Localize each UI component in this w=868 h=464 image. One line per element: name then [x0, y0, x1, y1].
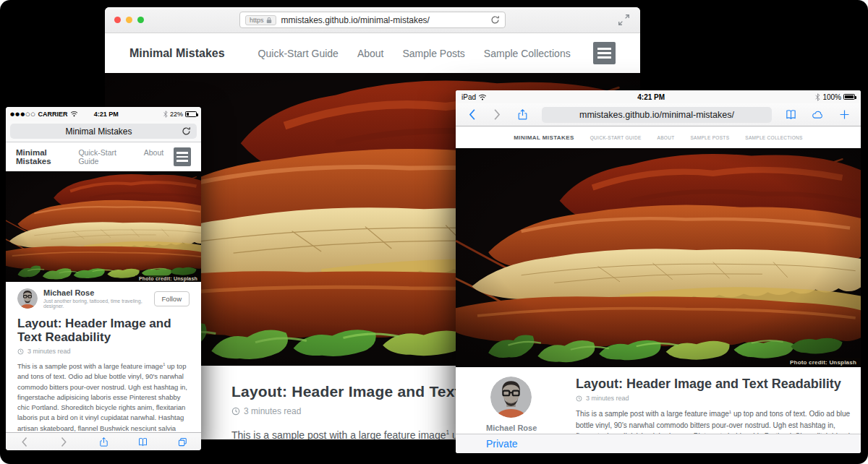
- lock-icon: [266, 17, 272, 24]
- signal-dots-icon: ●●●○○: [10, 111, 36, 117]
- ipad-masthead: MINIMAL MISTAKES QUICK-START GUIDE ABOUT…: [456, 126, 861, 148]
- ipad-status-right: 100%: [815, 93, 855, 101]
- author-name: Michael Rose: [486, 424, 554, 432]
- back-button[interactable]: [466, 108, 478, 121]
- battery-percent: 100%: [822, 93, 841, 101]
- nav-link-sample-collections[interactable]: Sample Collections: [484, 48, 571, 59]
- address-bar[interactable]: mmistakes.github.io/minimal-mistakes/: [542, 107, 772, 123]
- zoom-window-button[interactable]: [137, 17, 144, 23]
- fullscreen-expand-icon[interactable]: [618, 14, 630, 26]
- bookmarks-icon[interactable]: [785, 108, 797, 121]
- read-time: 3 minutes read: [17, 348, 190, 355]
- author-portrait: [490, 377, 532, 418]
- private-button[interactable]: Private: [486, 438, 518, 450]
- iphone-status-bar: ●●●○○ CARRIER 4:21 PM 22%: [6, 107, 201, 121]
- minimize-window-button[interactable]: [126, 17, 132, 23]
- bluetooth-icon: [163, 111, 168, 118]
- nav-link-about[interactable]: About: [357, 48, 384, 59]
- author-name: Michael Rose: [43, 288, 154, 297]
- iphone-safari-window: ●●●○○ CARRIER 4:21 PM 22% Minimal Mistak…: [6, 107, 201, 450]
- post-title: Layout: Header Image and Text Readabilit…: [231, 383, 481, 400]
- nav-link-sample-posts[interactable]: Sample Posts: [402, 48, 464, 59]
- icloud-tabs-icon[interactable]: [812, 108, 824, 121]
- avatar: [490, 377, 532, 418]
- clock-icon: [17, 348, 24, 355]
- menu-toggle-button[interactable]: [174, 147, 191, 166]
- read-time: 3 minutes read: [231, 406, 481, 416]
- close-window-button[interactable]: [114, 17, 121, 23]
- nav-link-sample-collections[interactable]: SAMPLE COLLECTIONS: [745, 135, 802, 140]
- author-row: Michael Rose Just another boring, tattoo…: [17, 288, 190, 309]
- private-browsing-bar: Private: [456, 434, 861, 453]
- desktop-nav-links: Quick-Start Guide About Sample Posts Sam…: [258, 48, 571, 59]
- desktop-browser-chrome: https mmistakes.github.io/minimal-mistak…: [105, 7, 640, 33]
- iphone-url-row: Minimal Mistakes: [6, 121, 201, 142]
- reload-icon[interactable]: [182, 126, 191, 136]
- address-bar[interactable]: https mmistakes.github.io/minimal-mistak…: [239, 12, 506, 28]
- ipad-toolbar-right: [785, 108, 851, 121]
- iphone-post: Michael Rose Just another boring, tattoo…: [6, 282, 201, 450]
- read-time-label: 3 minutes read: [27, 348, 71, 355]
- author-bio: Just another boring, tattooed, time trav…: [43, 298, 154, 309]
- url-text[interactable]: mmistakes.github.io/minimal-mistakes/: [281, 15, 485, 25]
- nav-link-sample-posts[interactable]: SAMPLE POSTS: [690, 135, 729, 140]
- site-title[interactable]: Minimal Mistakes: [16, 148, 78, 166]
- window-controls: [114, 7, 144, 33]
- ipad-status-bar: iPad 4:21 PM 100%: [456, 90, 861, 103]
- clock-icon: [231, 407, 240, 416]
- desktop-masthead: Minimal Mistakes Quick-Start Guide About…: [105, 33, 640, 73]
- avatar: [17, 288, 38, 309]
- address-bar[interactable]: Minimal Mistakes: [10, 124, 197, 139]
- ipad-safari-toolbar: mmistakes.github.io/minimal-mistakes/: [456, 103, 861, 126]
- post-title: Layout: Header Image and Text Readabilit…: [17, 317, 190, 344]
- read-time-label: 3 minutes read: [244, 406, 301, 416]
- share-icon[interactable]: [98, 437, 109, 447]
- feature-image: Photo credit: Unsplash: [6, 171, 201, 282]
- back-button[interactable]: [19, 437, 30, 447]
- url-text[interactable]: Minimal Mistakes: [16, 126, 182, 137]
- author-info: Michael Rose Just another boring, tattoo…: [43, 288, 154, 309]
- https-label: https: [250, 17, 264, 24]
- menu-toggle-button[interactable]: [593, 42, 616, 64]
- ipad-safari-window: iPad 4:21 PM 100% mmistakes.github.io/mi…: [456, 90, 861, 453]
- status-time: 4:21 PM: [487, 93, 815, 101]
- photo-credit-badge: Photo credit: Unsplash: [786, 358, 861, 367]
- nav-link-quick-start[interactable]: Quick-Start Guide: [258, 48, 339, 59]
- follow-button[interactable]: Follow: [154, 291, 190, 306]
- leaves-photo: [6, 171, 201, 282]
- url-text[interactable]: mmistakes.github.io/minimal-mistakes/: [579, 110, 734, 120]
- screenshot-canvas: https mmistakes.github.io/minimal-mistak…: [0, 0, 868, 464]
- tabs-icon[interactable]: [177, 437, 188, 447]
- read-time: 3 minutes read: [576, 395, 861, 402]
- leaves-photo: [456, 148, 861, 367]
- nav-link-quick-start[interactable]: Quick-Start Guide: [78, 148, 130, 166]
- iphone-nav-links: Quick-Start Guide About: [78, 148, 163, 166]
- author-portrait: [17, 288, 38, 309]
- iphone-safari-toolbar: [6, 432, 201, 450]
- post-body: This is a sample post with a large featu…: [231, 428, 481, 439]
- new-tab-icon[interactable]: [838, 108, 851, 121]
- nav-link-about[interactable]: About: [144, 148, 163, 166]
- bluetooth-icon: [815, 93, 820, 101]
- wifi-icon: [478, 94, 487, 100]
- device-label: iPad: [461, 93, 476, 101]
- battery-icon: [185, 111, 197, 117]
- clock-icon: [576, 395, 582, 402]
- bookmarks-icon[interactable]: [137, 437, 148, 447]
- reload-icon[interactable]: [490, 15, 500, 25]
- site-title[interactable]: MINIMAL MISTAKES: [514, 134, 574, 141]
- site-title[interactable]: Minimal Mistakes: [129, 47, 225, 60]
- photo-credit-badge: Photo credit: Unsplash: [135, 275, 201, 282]
- battery-percent: 22%: [170, 111, 183, 118]
- post-title: Layout: Header Image and Text Readabilit…: [576, 377, 861, 392]
- nav-link-quick-start[interactable]: QUICK-START GUIDE: [590, 135, 642, 140]
- iphone-masthead: Minimal Mistakes Quick-Start Guide About: [6, 142, 201, 171]
- forward-button[interactable]: [59, 437, 69, 447]
- battery-icon: [843, 94, 855, 100]
- forward-button[interactable]: [491, 108, 503, 121]
- share-icon[interactable]: [516, 108, 529, 121]
- ipad-status-left: iPad: [461, 93, 487, 101]
- iphone-status-right: 22%: [163, 111, 197, 118]
- https-badge: https: [245, 15, 276, 25]
- nav-link-about[interactable]: ABOUT: [658, 135, 675, 140]
